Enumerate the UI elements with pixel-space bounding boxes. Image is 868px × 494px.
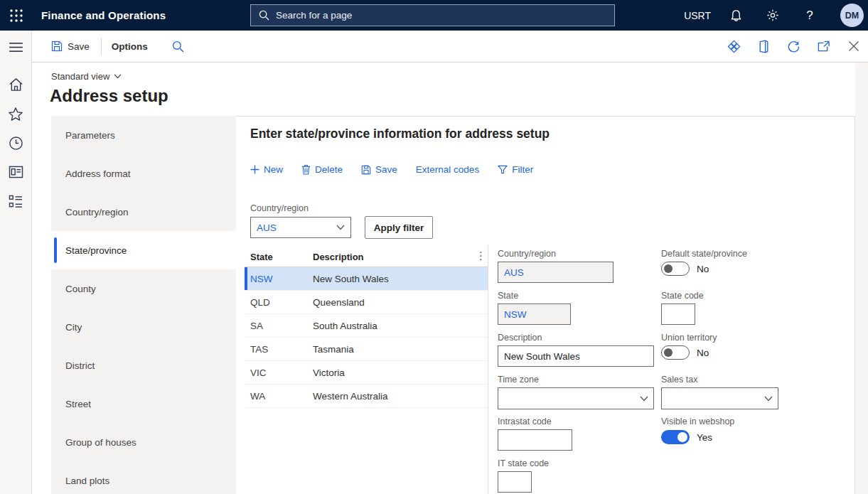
page-search-input[interactable] xyxy=(276,10,574,21)
it-state-code-input[interactable] xyxy=(498,471,532,493)
table-row-wa[interactable]: WA Western Australia xyxy=(245,385,488,408)
field-it-state-code: IT state code xyxy=(498,458,549,493)
external-codes-button[interactable]: External codes xyxy=(416,164,479,175)
nav-item-county[interactable]: County xyxy=(51,269,236,308)
filter-button-label: Filter xyxy=(512,164,533,175)
new-button[interactable]: New xyxy=(250,164,283,175)
country-filter-value: AUS xyxy=(251,222,336,233)
nav-item-country-region[interactable]: Country/region xyxy=(51,193,236,231)
refresh-icon xyxy=(787,40,800,53)
cell-description: Queensland xyxy=(313,297,365,308)
refresh-button[interactable] xyxy=(787,40,800,53)
diamond-icon xyxy=(727,40,741,53)
state-code-input[interactable] xyxy=(661,304,695,325)
nav-item-city[interactable]: City xyxy=(51,308,236,346)
app-launcher-waffle-icon[interactable] xyxy=(0,0,32,31)
visible-in-webshop-value: Yes xyxy=(697,432,712,443)
options-menu-button[interactable]: Options xyxy=(112,41,148,52)
country-region-input[interactable] xyxy=(498,262,614,283)
save-floppy-icon xyxy=(51,41,63,52)
recent-nav-button[interactable] xyxy=(8,135,23,151)
toggle-knob xyxy=(664,264,673,273)
left-icon-rail xyxy=(0,31,32,494)
vertical-scrollbar-track[interactable] xyxy=(855,63,868,494)
grid-form-splitter[interactable] xyxy=(488,245,488,494)
close-page-button[interactable] xyxy=(847,40,860,53)
nav-item-label: Group of houses xyxy=(65,437,136,448)
state-input[interactable] xyxy=(498,304,571,325)
union-territory-toggle[interactable] xyxy=(661,345,690,360)
home-nav-button[interactable] xyxy=(8,77,23,92)
field-time-zone: Time zone xyxy=(498,375,654,409)
table-row-sa[interactable]: SA South Australia xyxy=(245,314,488,338)
hamburger-icon xyxy=(9,42,23,53)
states-grid: State Description ⋮ NSW New South Wales … xyxy=(245,247,488,408)
grid-options-kebab-icon[interactable]: ⋮ xyxy=(476,249,486,262)
page-search-box[interactable] xyxy=(250,4,615,26)
company-picker[interactable]: USRT xyxy=(684,10,711,21)
nav-item-parameters[interactable]: Parameters xyxy=(51,116,236,154)
field-visible-in-webshop: Visible in webshop Yes xyxy=(661,417,734,444)
description-input[interactable] xyxy=(498,345,654,367)
view-selector[interactable]: Standard view xyxy=(51,71,122,82)
visible-in-webshop-toggle[interactable] xyxy=(661,430,690,444)
apply-filter-button[interactable]: Apply filter xyxy=(365,216,433,239)
nav-item-state-province[interactable]: State/province xyxy=(51,231,236,269)
cell-description: South Australia xyxy=(313,321,377,331)
view-selector-label: Standard view xyxy=(51,71,109,82)
sales-tax-label: Sales tax xyxy=(661,375,778,385)
intrastat-code-input[interactable] xyxy=(498,429,572,451)
command-bar-right-icons xyxy=(727,40,860,53)
delete-button-label: Delete xyxy=(315,164,343,175)
nav-item-district[interactable]: District xyxy=(51,346,236,385)
nav-item-land-plots[interactable]: Land plots xyxy=(51,461,236,494)
nav-item-label: State/province xyxy=(65,245,127,256)
table-row-vic[interactable]: VIC Victoria xyxy=(245,361,488,385)
nav-item-group-of-houses[interactable]: Group of houses xyxy=(51,423,236,461)
nav-item-street[interactable]: Street xyxy=(51,385,236,423)
settings-button[interactable] xyxy=(766,9,779,22)
office-apps-button[interactable] xyxy=(757,40,771,53)
save-button[interactable]: Save xyxy=(51,41,90,52)
grid-save-button-label: Save xyxy=(375,164,397,175)
column-header-state[interactable]: State xyxy=(245,252,313,262)
open-in-new-window-button[interactable] xyxy=(817,40,830,53)
country-filter-label: Country/region xyxy=(250,203,309,213)
column-header-description[interactable]: Description xyxy=(313,252,364,262)
workspaces-nav-button[interactable] xyxy=(8,164,23,180)
modules-nav-button[interactable] xyxy=(8,193,23,209)
nav-item-label: Address format xyxy=(65,168,131,179)
delete-button[interactable]: Delete xyxy=(301,164,343,175)
cell-state: QLD xyxy=(245,297,313,308)
field-country-region: Country/region xyxy=(498,249,614,283)
table-row-qld[interactable]: QLD Queensland xyxy=(245,291,488,314)
dynamics-diamond-button[interactable] xyxy=(727,40,741,53)
state-label: State xyxy=(498,291,571,301)
sales-tax-select[interactable] xyxy=(661,387,778,409)
filter-button[interactable]: Filter xyxy=(498,164,533,175)
modules-list-icon xyxy=(9,195,23,208)
cell-state: NSW xyxy=(245,274,313,284)
chevron-down-icon xyxy=(336,225,345,230)
time-zone-select[interactable] xyxy=(498,387,654,409)
default-state-toggle[interactable] xyxy=(661,262,690,276)
nav-item-address-format[interactable]: Address format xyxy=(51,154,236,193)
notifications-button[interactable] xyxy=(729,9,742,22)
search-icon xyxy=(259,10,269,21)
cell-state: WA xyxy=(245,391,313,402)
help-button[interactable]: ? xyxy=(803,9,816,22)
field-intrastat-code: Intrastat code xyxy=(498,417,572,451)
toggle-knob xyxy=(664,348,673,357)
grid-save-button[interactable]: Save xyxy=(361,164,397,175)
expand-navigation-button[interactable] xyxy=(8,39,23,55)
command-search-button[interactable] xyxy=(172,41,184,53)
save-floppy-icon xyxy=(361,165,371,175)
table-row-nsw[interactable]: NSW New South Wales xyxy=(245,267,488,291)
user-avatar[interactable]: DM xyxy=(840,4,864,27)
clock-icon xyxy=(9,136,23,151)
country-filter-combobox[interactable]: AUS xyxy=(250,217,351,238)
favorites-nav-button[interactable] xyxy=(8,106,23,122)
table-row-tas[interactable]: TAS Tasmania xyxy=(245,338,488,361)
cell-description: Tasmania xyxy=(313,344,354,355)
cell-state: TAS xyxy=(245,344,313,355)
